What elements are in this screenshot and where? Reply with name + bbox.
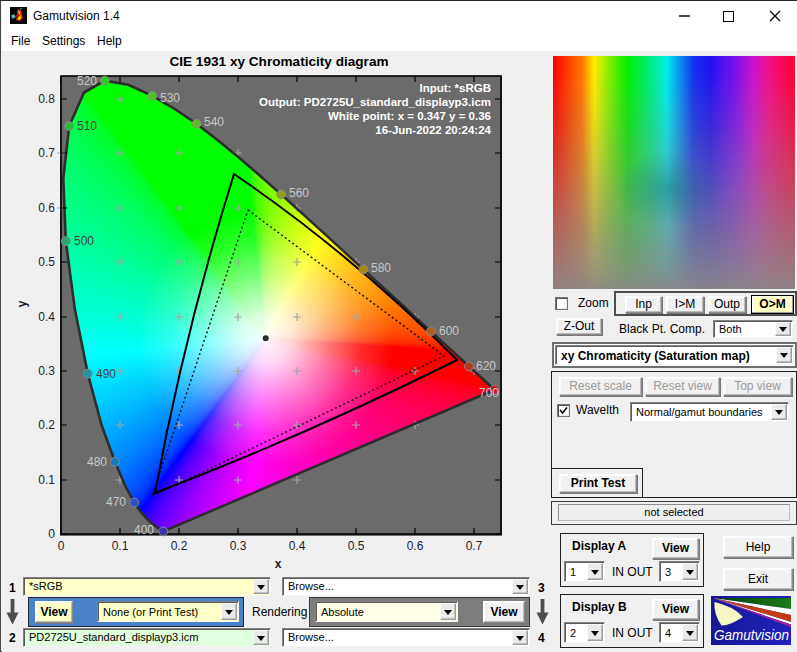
svg-text:400: 400 bbox=[134, 523, 154, 537]
svg-text:0: 0 bbox=[48, 527, 55, 541]
svg-text:0.5: 0.5 bbox=[348, 539, 365, 553]
svg-text:0.7: 0.7 bbox=[466, 539, 483, 553]
svg-text:White point: x = 0.347 y = 0: White point: x = 0.347 y = 0.36 bbox=[328, 110, 491, 122]
svg-text:0.1: 0.1 bbox=[38, 473, 55, 487]
svg-text:0.3: 0.3 bbox=[38, 364, 55, 378]
svg-text:560: 560 bbox=[289, 186, 309, 200]
svg-text:540: 540 bbox=[204, 115, 224, 129]
svg-text:Output: PD2725U_standard_displ: Output: PD2725U_standard_displayp3.icm bbox=[259, 96, 491, 108]
svg-text:Gamutvision: Gamutvision bbox=[714, 627, 789, 643]
svg-text:x: x bbox=[275, 557, 282, 571]
svg-text:480: 480 bbox=[87, 455, 107, 469]
svg-text:470: 470 bbox=[106, 495, 126, 509]
svg-text:0.4: 0.4 bbox=[38, 310, 55, 324]
svg-text:0.5: 0.5 bbox=[38, 255, 55, 269]
svg-text:600: 600 bbox=[439, 324, 459, 338]
svg-text:Input: *sRGB: Input: *sRGB bbox=[419, 82, 491, 94]
svg-text:0.2: 0.2 bbox=[38, 418, 55, 432]
svg-text:580: 580 bbox=[371, 261, 391, 275]
svg-text:0.6: 0.6 bbox=[407, 539, 424, 553]
svg-text:620: 620 bbox=[476, 359, 496, 373]
svg-text:700: 700 bbox=[479, 386, 499, 400]
svg-text:0.7: 0.7 bbox=[38, 146, 55, 160]
svg-text:0.2: 0.2 bbox=[171, 539, 188, 553]
svg-text:500: 500 bbox=[74, 234, 94, 248]
svg-text:0.3: 0.3 bbox=[230, 539, 247, 553]
svg-text:CIE 1931 xy Chromaticity diagr: CIE 1931 xy Chromaticity diagram bbox=[169, 54, 388, 69]
svg-text:530: 530 bbox=[160, 91, 180, 105]
svg-text:0: 0 bbox=[58, 539, 65, 553]
svg-text:490: 490 bbox=[96, 367, 116, 381]
svg-text:0.1: 0.1 bbox=[112, 539, 129, 553]
svg-text:520: 520 bbox=[77, 74, 97, 88]
svg-text:0.8: 0.8 bbox=[38, 92, 55, 106]
svg-text:y: y bbox=[15, 300, 29, 307]
svg-text:16-Jun-2022 20:24:24: 16-Jun-2022 20:24:24 bbox=[375, 124, 491, 136]
svg-text:510: 510 bbox=[77, 119, 97, 133]
svg-text:0.4: 0.4 bbox=[289, 539, 306, 553]
svg-text:0.6: 0.6 bbox=[38, 201, 55, 215]
